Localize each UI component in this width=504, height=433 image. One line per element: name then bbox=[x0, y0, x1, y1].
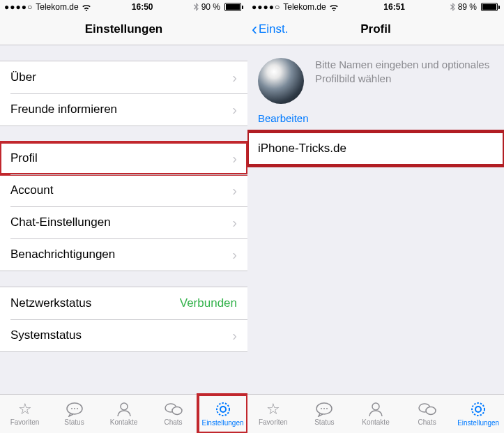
svg-point-7 bbox=[217, 403, 229, 416]
battery-icon bbox=[480, 3, 500, 11]
bluetooth-icon bbox=[194, 3, 199, 11]
row-about[interactable]: Über › bbox=[0, 61, 247, 93]
profile-name-value: iPhone-Tricks.de bbox=[258, 142, 346, 155]
tab-chats[interactable]: Chats bbox=[402, 395, 453, 433]
svg-point-2 bbox=[74, 408, 75, 409]
row-profile[interactable]: Profil › bbox=[0, 142, 247, 174]
tab-status[interactable]: Status bbox=[49, 395, 99, 433]
row-chat-settings[interactable]: Chat-Einstellungen › bbox=[0, 206, 247, 238]
nav-bar: ‹ Einst. Profil bbox=[247, 14, 504, 45]
star-icon: ☆ bbox=[266, 402, 280, 417]
tab-label: Kontakte bbox=[110, 418, 137, 426]
chevron-right-icon: › bbox=[232, 151, 237, 167]
settings-screen: ●●●●○ Telekom.de 16:50 90 % Einstellunge… bbox=[0, 0, 247, 433]
chevron-right-icon: › bbox=[232, 247, 237, 263]
battery-icon bbox=[223, 3, 243, 11]
svg-point-6 bbox=[172, 407, 182, 415]
tab-label: Einstellungen bbox=[201, 419, 243, 427]
page-title: Profil bbox=[360, 22, 390, 36]
carrier-label: Telekom.de bbox=[283, 2, 326, 12]
profile-hint: Bitte Namen eingeben und optionales Prof… bbox=[315, 58, 494, 86]
tab-status[interactable]: Status bbox=[299, 395, 351, 433]
svg-point-13 bbox=[372, 403, 379, 410]
svg-point-16 bbox=[472, 403, 484, 416]
nav-bar: Einstellungen bbox=[0, 14, 247, 45]
row-tell-friends[interactable]: Freunde informieren › bbox=[0, 93, 247, 126]
svg-point-17 bbox=[475, 407, 481, 412]
edit-button[interactable]: Bearbeiten bbox=[258, 112, 309, 124]
tab-chats[interactable]: Chats bbox=[148, 395, 198, 433]
row-system-status[interactable]: Systemstatus › bbox=[0, 319, 247, 351]
carrier-label: Telekom.de bbox=[36, 2, 78, 12]
row-account[interactable]: Account › bbox=[0, 174, 247, 206]
signal-strength-icon: ●●●●○ bbox=[4, 2, 33, 12]
star-icon: ☆ bbox=[18, 402, 32, 417]
back-button[interactable]: ‹ Einst. bbox=[252, 14, 289, 45]
chevron-right-icon: › bbox=[232, 70, 237, 86]
tab-label: Chats bbox=[164, 418, 182, 426]
row-value: Verbunden bbox=[180, 296, 237, 310]
status-bar: ●●●●○ Telekom.de 16:50 90 % bbox=[0, 0, 247, 14]
tab-label: Einstellungen bbox=[457, 419, 499, 427]
row-label: Chat-Einstellungen bbox=[10, 215, 111, 229]
bluetooth-icon bbox=[450, 3, 455, 11]
clock: 16:50 bbox=[132, 2, 153, 12]
row-label: Benachrichtigungen bbox=[10, 248, 115, 261]
tab-settings[interactable]: Einstellungen bbox=[452, 395, 504, 433]
profile-content[interactable]: Bitte Namen eingeben und optionales Prof… bbox=[247, 45, 504, 395]
tab-contacts[interactable]: Kontakte bbox=[99, 395, 148, 433]
svg-point-8 bbox=[220, 407, 226, 412]
tab-label: Status bbox=[64, 418, 84, 426]
svg-point-11 bbox=[323, 408, 325, 409]
wifi-icon bbox=[82, 3, 91, 11]
contact-icon bbox=[116, 402, 132, 417]
row-label: Systemstatus bbox=[10, 328, 82, 342]
back-label: Einst. bbox=[259, 22, 289, 36]
page-title: Einstellungen bbox=[85, 22, 162, 36]
avatar[interactable] bbox=[258, 58, 304, 104]
row-label: Freunde informieren bbox=[10, 102, 117, 116]
profile-header: Bitte Namen eingeben und optionales Prof… bbox=[247, 45, 504, 112]
settings-group: Über › Freunde informieren › bbox=[0, 61, 247, 126]
chevron-right-icon: › bbox=[232, 102, 237, 118]
gear-icon bbox=[215, 401, 231, 418]
wifi-icon bbox=[329, 3, 339, 11]
chevron-right-icon: › bbox=[232, 328, 237, 344]
row-notifications[interactable]: Benachrichtigungen › bbox=[0, 238, 247, 271]
chats-icon bbox=[164, 402, 183, 417]
battery-percent: 90 % bbox=[201, 2, 220, 12]
chevron-right-icon: › bbox=[232, 183, 237, 199]
svg-point-4 bbox=[121, 403, 128, 410]
tab-settings[interactable]: Einstellungen bbox=[198, 395, 247, 433]
settings-group: Profil › Account › Chat-Einstellungen › … bbox=[0, 142, 247, 271]
tab-label: Kontakte bbox=[362, 418, 389, 426]
row-label: Netzwerkstatus bbox=[10, 296, 91, 310]
signal-strength-icon: ●●●●○ bbox=[252, 2, 280, 12]
tab-label: Chats bbox=[418, 418, 436, 426]
chevron-right-icon: › bbox=[232, 215, 237, 231]
row-label: Über bbox=[10, 70, 36, 84]
status-icon bbox=[66, 402, 84, 417]
svg-point-12 bbox=[326, 408, 328, 409]
chats-icon bbox=[418, 402, 437, 417]
svg-point-1 bbox=[71, 408, 72, 409]
status-bar: ●●●●○ Telekom.de 16:51 89 % bbox=[247, 0, 504, 14]
svg-point-3 bbox=[77, 408, 78, 409]
battery-percent: 89 % bbox=[458, 2, 477, 12]
tab-bar: ☆ Favoriten Status Kontakte Chats bbox=[0, 394, 247, 433]
tab-bar: ☆ Favoriten Status Kontakte Chats bbox=[247, 394, 504, 433]
gear-icon bbox=[470, 401, 487, 418]
status-icon bbox=[315, 402, 333, 417]
tab-favorites[interactable]: ☆ Favoriten bbox=[0, 395, 49, 433]
contact-icon bbox=[367, 402, 384, 417]
row-label: Account bbox=[10, 183, 53, 197]
row-label: Profil bbox=[10, 151, 38, 165]
profile-screen: ●●●●○ Telekom.de 16:51 89 % ‹ Einst. bbox=[247, 0, 504, 433]
settings-content[interactable]: Über › Freunde informieren › Profil › Ac… bbox=[0, 45, 247, 395]
profile-name-field[interactable]: iPhone-Tricks.de bbox=[247, 132, 504, 165]
tab-favorites[interactable]: ☆ Favoriten bbox=[247, 395, 299, 433]
settings-group: Netzwerkstatus Verbunden Systemstatus › bbox=[0, 287, 247, 352]
row-network-status[interactable]: Netzwerkstatus Verbunden bbox=[0, 287, 247, 319]
tab-contacts[interactable]: Kontakte bbox=[350, 395, 402, 433]
tab-label: Favoriten bbox=[10, 418, 40, 426]
